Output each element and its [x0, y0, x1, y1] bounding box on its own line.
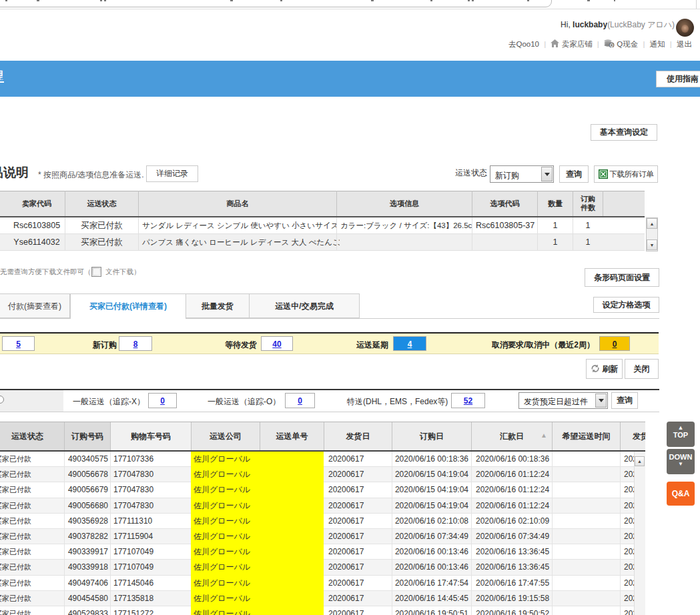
svg-text:Q: Q: [610, 43, 613, 48]
